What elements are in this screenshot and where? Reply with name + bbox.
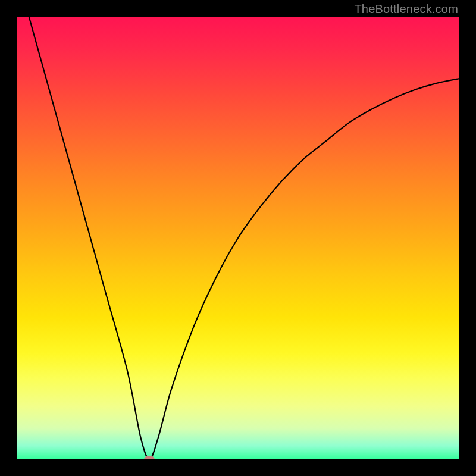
bottleneck-curve (17, 17, 459, 459)
plot-area (17, 17, 459, 459)
watermark-text: TheBottleneck.com (354, 2, 458, 16)
curve-layer (17, 17, 459, 459)
optimum-marker (144, 456, 155, 459)
chart-frame: TheBottleneck.com (0, 0, 476, 476)
